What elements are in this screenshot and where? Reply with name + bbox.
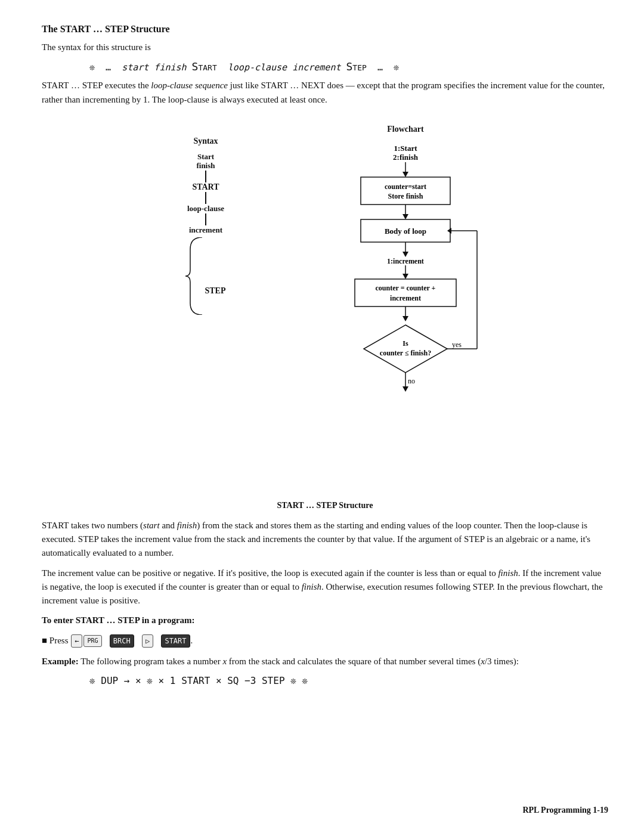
diagram-container: Syntax Start finish START loop-clause in…	[42, 119, 608, 492]
svg-text:Is: Is	[402, 339, 408, 348]
svg-text:increment: increment	[390, 294, 421, 302]
syntax-loop-clause: loop-clause	[187, 204, 224, 213]
page-footer: RPL Programming 1-19	[522, 806, 608, 815]
body-text-3: The increment value can be positive or n…	[42, 566, 608, 608]
example-code: ❊ DUP → × ❊ × 1 START × SQ −3 STEP ❊ ❊	[89, 675, 608, 686]
svg-rect-4	[361, 177, 450, 205]
svg-text:counter ≤ finish?: counter ≤ finish?	[380, 349, 431, 357]
section-title: The START … STEP Structure	[42, 24, 608, 35]
syn-line-1	[205, 171, 206, 182]
flowchart-col-header: Flowchart	[387, 125, 423, 134]
syntax-col-header: Syntax	[193, 137, 218, 146]
syntax-start-finish: Start finish START loop-clause increment	[187, 152, 224, 235]
syntax-increment-label: increment	[189, 225, 222, 235]
brace-icon	[185, 237, 203, 315]
syntax-finish-label: finish	[196, 161, 215, 171]
syntax-code: ❊ … start finish Start loop-clause incre…	[89, 60, 399, 73]
svg-text:no: no	[408, 377, 415, 385]
svg-marker-31	[402, 386, 408, 392]
svg-marker-12	[402, 252, 408, 257]
brace-group: STEP	[185, 237, 225, 315]
key-left-arrow[interactable]: ←	[71, 634, 82, 648]
syn-line-3	[205, 213, 206, 225]
body-text-2: START takes two numbers (start and finis…	[42, 519, 608, 561]
svg-text:counter = counter +: counter = counter +	[376, 284, 436, 292]
body-text-1: START … STEP executes the loop-clause se…	[42, 79, 608, 107]
svg-text:2:finish: 2:finish	[393, 153, 419, 162]
example-paragraph: Example: The following program takes a n…	[42, 655, 608, 668]
flowchart-column: Flowchart 1:Start 2:finish counter=start…	[286, 119, 525, 492]
key-start[interactable]: START	[161, 634, 190, 648]
svg-rect-16	[355, 279, 456, 306]
intro-text: The syntax for this structure is	[42, 41, 608, 54]
svg-marker-15	[402, 274, 408, 279]
svg-marker-8	[402, 214, 408, 219]
svg-text:Body of loop: Body of loop	[385, 227, 426, 236]
syntax-step-keyword: STEP	[205, 286, 225, 296]
enter-title: To enter START … STEP in a program:	[42, 614, 608, 627]
svg-text:yes: yes	[452, 340, 462, 349]
syntax-start-label: Start	[196, 152, 215, 162]
svg-marker-20	[402, 316, 408, 321]
syntax-column: Syntax Start finish START loop-clause in…	[125, 119, 286, 492]
svg-text:counter=start: counter=start	[385, 182, 426, 191]
key-prg[interactable]: PRG	[83, 635, 101, 647]
diagram-caption: START … STEP Structure	[42, 501, 608, 510]
syn-line-2	[205, 192, 206, 204]
svg-text:Store finish: Store finish	[388, 192, 423, 200]
key-brch[interactable]: BRCH	[110, 634, 134, 648]
flowchart-svg: 1:Start 2:finish counter=start Store fin…	[292, 140, 519, 492]
svg-text:1:increment: 1:increment	[387, 257, 424, 265]
syntax-display-line: ❊ … start finish Start loop-clause incre…	[89, 60, 608, 73]
example-label: Example:	[42, 657, 79, 666]
key-right-arrow[interactable]: ▷	[142, 634, 153, 648]
press-instruction: ■ Press ←PRG BRCH ▷ START.	[42, 634, 608, 648]
svg-text:1:Start: 1:Start	[394, 144, 418, 153]
syntax-start-keyword: START	[192, 182, 219, 192]
svg-marker-3	[402, 172, 408, 177]
